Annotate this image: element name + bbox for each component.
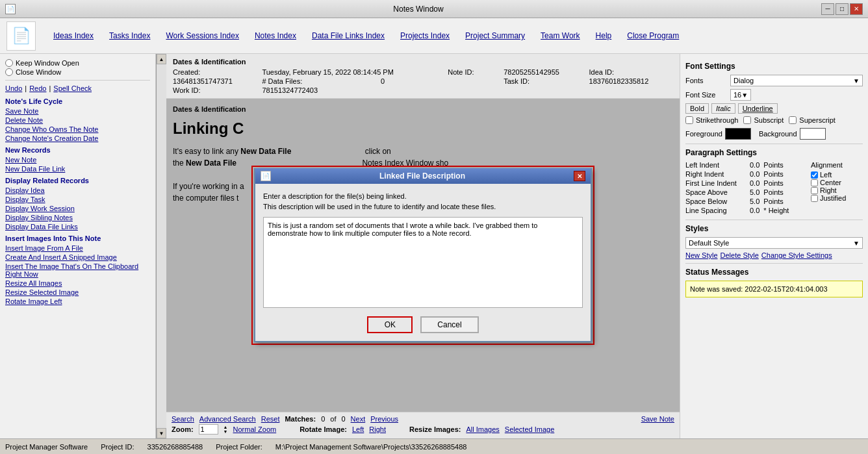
delete-style-link[interactable]: Delete Style xyxy=(721,251,759,259)
align-right-checkbox[interactable] xyxy=(811,187,818,194)
modal-title: Linked File Description xyxy=(379,171,465,181)
display-datafile-link[interactable]: Display Data File Links xyxy=(5,223,150,231)
previous-link[interactable]: Previous xyxy=(370,415,398,423)
rotate-left-link[interactable]: Rotate Image Left xyxy=(5,297,150,305)
menu-close-program[interactable]: Close Program xyxy=(619,31,687,40)
reset-link[interactable]: Reset xyxy=(261,415,280,423)
save-note-link[interactable]: Save Note xyxy=(5,107,150,115)
menu-projects-index[interactable]: Projects Index xyxy=(392,31,457,40)
title-bar-controls: ─ □ ✕ xyxy=(821,3,863,15)
display-related-section-title: Display Related Records xyxy=(5,177,150,184)
menu-notes-index[interactable]: Notes Index xyxy=(247,31,304,40)
modal-close-button[interactable]: ✕ xyxy=(574,171,585,181)
undo-link[interactable]: Undo xyxy=(5,84,22,92)
modal-overlay: 📄 Linked File Description ✕ Enter a desc… xyxy=(166,99,680,412)
menu-project-summary[interactable]: Project Summary xyxy=(457,31,533,40)
advanced-search-link[interactable]: Advanced Search xyxy=(199,415,256,423)
subscript-checkbox[interactable] xyxy=(743,116,751,124)
display-task-link[interactable]: Display Task xyxy=(5,195,150,203)
selected-image-link[interactable]: Selected Image xyxy=(505,425,554,433)
new-datafile-link[interactable]: New Data File Link xyxy=(5,165,150,173)
scroll-down-btn[interactable]: ▼ xyxy=(157,428,166,438)
rotate-right-toolbar-link[interactable]: Right xyxy=(369,425,386,433)
next-link[interactable]: Next xyxy=(351,415,366,423)
align-left-checkbox[interactable] xyxy=(811,171,818,179)
scroll-up-btn[interactable]: ▲ xyxy=(157,54,166,64)
strikethrough-checkbox[interactable] xyxy=(685,116,693,124)
fonts-dropdown[interactable]: Dialog ▼ xyxy=(730,75,863,86)
delete-note-link[interactable]: Delete Note xyxy=(5,116,150,124)
info-bar: Dates & Identification Created: Tuesday,… xyxy=(166,54,680,99)
align-justified-checkbox[interactable] xyxy=(811,195,818,202)
styles-dropdown[interactable]: Default Style ▼ xyxy=(685,237,863,249)
foreground-color-swatch[interactable] xyxy=(725,128,751,140)
display-idea-link[interactable]: Display Idea xyxy=(5,186,150,194)
menu-work-sessions-index[interactable]: Work Sessions Index xyxy=(158,31,247,40)
zoom-stepper[interactable]: ▲▼ xyxy=(223,425,228,434)
change-style-link[interactable]: Change Style Settings xyxy=(761,251,832,259)
align-center-checkbox[interactable] xyxy=(811,179,818,186)
background-color-swatch[interactable] xyxy=(800,128,826,140)
keep-window-open-label: Keep Window Open xyxy=(16,59,79,67)
work-id-label: Work ID: xyxy=(173,86,257,94)
zoom-input[interactable] xyxy=(199,424,218,435)
modal-buttons: OK Cancel xyxy=(263,316,583,333)
italic-button[interactable]: Italic xyxy=(711,103,735,114)
insert-file-link[interactable]: Insert Image From A File xyxy=(5,244,150,252)
all-images-link[interactable]: All Images xyxy=(466,425,499,433)
lifecycle-section-title: Note's Life Cycle xyxy=(5,97,150,105)
line-spacing-value: 0.0 xyxy=(750,207,760,214)
bold-button[interactable]: Bold xyxy=(685,103,709,114)
insert-images-section-title: Insert Images Into This Note xyxy=(5,234,150,242)
change-owner-link[interactable]: Change Who Owns The Note xyxy=(5,125,150,133)
redo-link[interactable]: Redo xyxy=(29,84,46,92)
right-indent-value: 0.0 xyxy=(750,170,760,178)
underline-button[interactable]: Underline xyxy=(738,103,778,114)
normal-zoom-link[interactable]: Normal Zoom xyxy=(233,425,277,433)
first-line-points: Points xyxy=(763,179,784,187)
font-size-label: Font Size xyxy=(685,91,728,99)
resize-all-link[interactable]: Resize All Images xyxy=(5,279,150,287)
minimize-button[interactable]: ─ xyxy=(821,3,834,15)
spell-check-link[interactable]: Spell Check xyxy=(53,84,92,92)
restore-button[interactable]: □ xyxy=(836,3,849,15)
keep-window-open-radio[interactable] xyxy=(5,59,13,67)
project-id-value: 33526268885488 xyxy=(147,443,203,451)
save-note-toolbar-link[interactable]: Save Note xyxy=(641,415,674,423)
new-style-link[interactable]: New Style xyxy=(685,251,718,259)
insert-snip-link[interactable]: Create And Insert A Snipped Image xyxy=(5,253,150,261)
created-label: Created: xyxy=(173,68,257,76)
rotate-left-toolbar-link[interactable]: Left xyxy=(352,425,364,433)
change-date-link[interactable]: Change Note's Creation Date xyxy=(5,134,150,142)
close-window-label: Close Window xyxy=(16,68,61,76)
close-window-radio[interactable] xyxy=(5,68,13,76)
new-note-link[interactable]: New Note xyxy=(5,156,150,164)
font-size-value: 16 xyxy=(734,91,741,99)
resize-selected-link[interactable]: Resize Selected Image xyxy=(5,288,150,296)
sidebar-scrollbar[interactable]: ▲ ▼ xyxy=(156,54,166,438)
menu-help[interactable]: Help xyxy=(588,31,620,40)
display-sibling-link[interactable]: Display Sibling Notes xyxy=(5,214,150,221)
font-size-dropdown[interactable]: 16 ▼ xyxy=(730,89,751,101)
line-spacing-height: * Height xyxy=(763,207,789,214)
matches-value: 0 xyxy=(321,415,325,423)
datafiles-value: 0 xyxy=(381,77,442,85)
modal-description-textarea[interactable] xyxy=(263,217,583,308)
right-indent-label: Right Indent xyxy=(685,170,747,178)
modal-ok-button[interactable]: OK xyxy=(367,316,413,333)
menu-team-work[interactable]: Team Work xyxy=(533,31,587,40)
display-work-link[interactable]: Display Work Session xyxy=(5,205,150,212)
menu-data-file-links-index[interactable]: Data File Links Index xyxy=(304,31,392,40)
close-window-button[interactable]: ✕ xyxy=(850,3,863,15)
first-line-label: First Line Indent xyxy=(685,179,747,187)
insert-clipboard-link[interactable]: Insert The Image That's On The Clipboard… xyxy=(5,262,150,278)
modal-cancel-button[interactable]: Cancel xyxy=(420,316,478,333)
style-arrow: ▼ xyxy=(853,240,860,247)
right-panel: Font Settings Fonts Dialog ▼ Font Size 1… xyxy=(680,54,868,438)
menu-tasks-index[interactable]: Tasks Index xyxy=(101,31,158,40)
modal-icon: 📄 xyxy=(261,171,271,181)
modal-instruction-line1: Enter a description for the file(s) bein… xyxy=(263,192,583,201)
superscript-checkbox[interactable] xyxy=(789,116,797,124)
menu-ideas-index[interactable]: Ideas Index xyxy=(45,31,101,40)
search-link[interactable]: Search xyxy=(172,415,194,423)
